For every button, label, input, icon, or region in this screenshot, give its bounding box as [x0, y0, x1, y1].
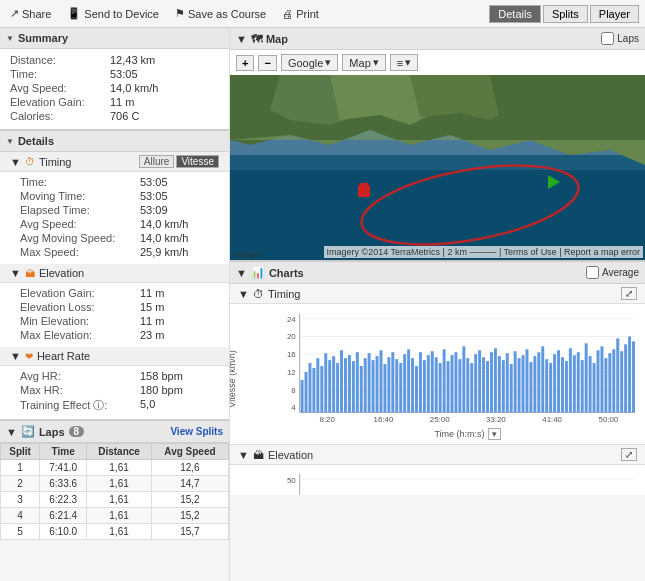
svg-text:16:40: 16:40 [374, 415, 394, 424]
laps-triangle: ▼ [6, 426, 17, 438]
svg-rect-92 [553, 354, 556, 412]
save-icon: ⚑ [175, 7, 185, 20]
map-type-dropdown[interactable]: Map ▾ [342, 54, 385, 71]
share-button[interactable]: ↗ Share [6, 5, 55, 22]
distance-value: 12,43 km [110, 54, 155, 66]
svg-rect-78 [498, 356, 501, 412]
laps-section: ▼ 🔄 Laps 8 View Splits Split Time Distan… [0, 419, 229, 540]
svg-rect-72 [474, 354, 477, 412]
details-button[interactable]: Details [489, 5, 541, 23]
map-header[interactable]: ▼ 🗺 Map Laps [230, 28, 645, 50]
timing-chart-triangle: ▼ [238, 288, 249, 300]
svg-rect-50 [387, 357, 390, 412]
svg-text:Google: Google [234, 250, 260, 259]
splits-button[interactable]: Splits [543, 5, 588, 23]
svg-rect-51 [391, 352, 394, 412]
map-svg: Google [230, 75, 645, 260]
elevation-data: Elevation Gain: 11 m Elevation Loss: 15 … [0, 283, 229, 347]
svg-rect-36 [332, 356, 335, 412]
svg-rect-103 [597, 350, 600, 412]
charts-icon: 📊 [251, 266, 265, 279]
elevation-chart-title: Elevation [268, 449, 313, 461]
svg-rect-30 [308, 363, 311, 412]
player-button[interactable]: Player [590, 5, 639, 23]
layers-dropdown[interactable]: ≡ ▾ [390, 54, 418, 71]
timing-row-5: Max Speed: 25,9 km/h [20, 245, 219, 259]
laps-icon: 🔄 [21, 425, 35, 438]
summary-row-distance: Distance: 12,43 km [10, 53, 219, 67]
time-value: 53:05 [110, 68, 138, 80]
average-checkbox[interactable] [586, 266, 599, 279]
elevation-chart-section: ▼ 🏔 Elevation ⤢ 50 [230, 444, 645, 495]
svg-rect-110 [624, 344, 627, 412]
svg-rect-44 [364, 358, 367, 412]
details-title: Details [18, 135, 54, 147]
svg-rect-35 [328, 360, 331, 412]
timing-chart-expand[interactable]: ⤢ [621, 287, 637, 300]
timing-chart-title: Timing [268, 288, 301, 300]
svg-rect-48 [380, 350, 383, 412]
elevation-chart-expand[interactable]: ⤢ [621, 448, 637, 461]
svg-rect-93 [557, 350, 560, 412]
svg-rect-62 [435, 357, 438, 412]
allure-button[interactable]: Allure [139, 155, 175, 168]
laps-checkbox[interactable] [601, 32, 614, 45]
svg-rect-104 [600, 346, 603, 412]
svg-text:8:20: 8:20 [320, 415, 336, 424]
map-container: Google Imagery ©2014 TerraMetrics | 2 km… [230, 75, 645, 260]
average-label: Average [602, 267, 639, 278]
elevation-chart-preview: 50 [230, 465, 645, 495]
svg-rect-56 [411, 358, 414, 412]
timing-data: Time: 53:05 Moving Time: 53:05 Elapsed T… [0, 172, 229, 264]
laps-checkbox-group: Laps [601, 32, 639, 45]
summary-row-avgspeed: Avg Speed: 14,0 km/h [10, 81, 219, 95]
vitesse-button[interactable]: Vitesse [176, 155, 219, 168]
google-dropdown[interactable]: Google ▾ [281, 54, 338, 71]
heartrate-data: Avg HR: 158 bpm Max HR: 180 bpm Training… [0, 366, 229, 419]
zoom-in-button[interactable]: + [236, 55, 254, 71]
svg-rect-73 [478, 350, 481, 412]
svg-rect-63 [439, 363, 442, 412]
col-avgspeed: Avg Speed [151, 444, 228, 460]
heartrate-subsection: ▼ ❤ Heart Rate Avg HR: 158 bpm Max HR: 1… [0, 347, 229, 419]
charts-header[interactable]: ▼ 📊 Charts Average [230, 262, 645, 284]
save-button[interactable]: ⚑ Save as Course [171, 5, 270, 22]
send-button[interactable]: 📱 Send to Device [63, 5, 163, 22]
svg-rect-33 [320, 366, 323, 412]
laps-table: Split Time Distance Avg Speed 17:41.01,6… [0, 443, 229, 540]
svg-rect-88 [537, 352, 540, 412]
laps-check-label: Laps [617, 33, 639, 44]
summary-table: Distance: 12,43 km Time: 53:05 Avg Speed… [0, 49, 229, 129]
svg-rect-79 [502, 360, 505, 412]
table-row: 17:41.01,6112,6 [1, 460, 229, 476]
details-header[interactable]: ▼ Details [0, 131, 229, 152]
laps-count-badge: 8 [69, 426, 85, 437]
summary-header[interactable]: ▼ Summary [0, 28, 229, 49]
hr-row-0: Avg HR: 158 bpm [20, 369, 219, 383]
elevation-header[interactable]: ▼ 🏔 Elevation [0, 264, 229, 283]
timing-chart-wrapper: Vitesse (km/h) [230, 304, 645, 444]
details-section: ▼ Details ▼ ⏱ Timing Allure Vitesse Time… [0, 131, 229, 419]
timing-row-3: Avg Speed: 14,0 km/h [20, 217, 219, 231]
heartrate-header[interactable]: ▼ ❤ Heart Rate [0, 347, 229, 366]
svg-rect-112 [632, 341, 635, 412]
map-section: ▼ 🗺 Map Laps + − Google ▾ Map ▾ [230, 28, 645, 262]
svg-rect-75 [486, 361, 489, 412]
toolbar-left: ↗ Share 📱 Send to Device ⚑ Save as Cours… [6, 5, 489, 22]
print-icon: 🖨 [282, 8, 293, 20]
timing-header[interactable]: ▼ ⏱ Timing Allure Vitesse [0, 152, 229, 172]
svg-rect-61 [431, 351, 434, 412]
elevation-chart-svg: 50 [270, 469, 635, 495]
elev-chart-icon: 🏔 [253, 449, 264, 461]
svg-rect-42 [356, 352, 359, 412]
allure-vitesse-toggle: Allure Vitesse [139, 155, 219, 168]
svg-rect-91 [549, 363, 552, 412]
print-button[interactable]: 🖨 Print [278, 5, 323, 22]
average-checkbox-group: Average [586, 266, 639, 279]
zoom-out-button[interactable]: − [258, 55, 276, 71]
timing-x-axis-label: Time (h:m:s) ▾ [270, 428, 635, 440]
view-splits-link[interactable]: View Splits [170, 426, 223, 437]
svg-rect-67 [454, 352, 457, 412]
x-label-dropdown-arrow[interactable]: ▾ [488, 428, 501, 440]
timing-triangle: ▼ [10, 156, 21, 168]
